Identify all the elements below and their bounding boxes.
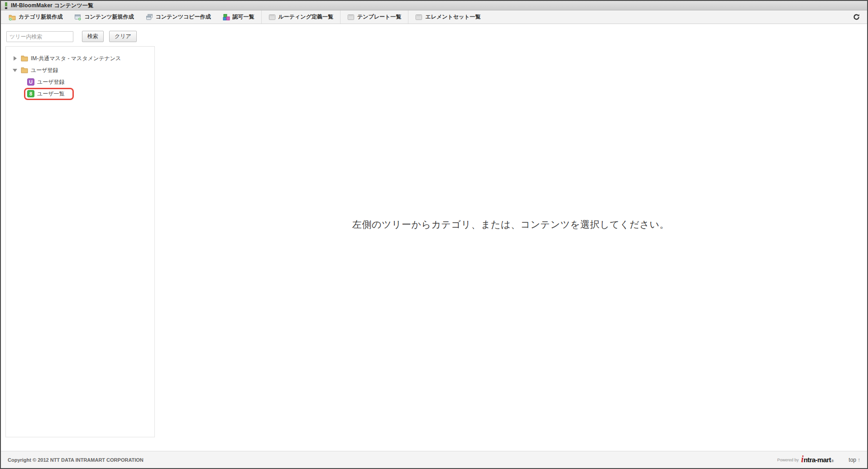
intra-mart-logo[interactable]: intra-mart® xyxy=(801,456,834,464)
collapse-arrow-icon[interactable] xyxy=(12,69,18,72)
tree-item-im-common-master[interactable]: IM-共通マスタ - マスタメンテナンス xyxy=(6,53,154,64)
toolbar-button-label: カテゴリ新規作成 xyxy=(19,13,62,21)
selection-highlight-box: 8 ユーザ一覧 xyxy=(24,88,74,100)
empty-state-message: 左側のツリーからカテゴリ、または、コンテンツを選択してください。 xyxy=(155,218,866,231)
content-type-badge-icon: 8 xyxy=(27,90,34,97)
category-add-icon xyxy=(9,14,16,21)
list-icon xyxy=(415,14,422,21)
tree-item-label: ユーザ一覧 xyxy=(37,90,65,98)
authorization-blocks-icon xyxy=(223,14,230,21)
toolbar: カテゴリ新規作成 コンテンツ新規作成 xyxy=(1,10,867,24)
toolbar-button-label: エレメントセット一覧 xyxy=(425,13,480,21)
page-title: IM-BloomMaker コンテンツ一覧 xyxy=(11,2,93,10)
footer: Copyright © 2012 NTT DATA INTRAMART CORP… xyxy=(1,451,867,468)
toolbar-separator xyxy=(340,10,340,24)
copyright-text: Copyright © 2012 NTT DATA INTRAMART CORP… xyxy=(8,457,144,463)
toolbar-separator xyxy=(261,10,262,24)
folder-icon xyxy=(21,55,28,62)
tree-item-label: ユーザ登録 xyxy=(31,67,58,74)
back-to-top-link[interactable]: top ↑ xyxy=(849,457,860,463)
tree-item-user-registration-content[interactable]: U ユーザ登録 xyxy=(6,76,154,88)
toolbar-button-label: テンプレート一覧 xyxy=(357,13,401,21)
refresh-icon[interactable] xyxy=(853,14,860,20)
content-type-badge-icon: U xyxy=(27,78,34,86)
logo-text: ntra-mart xyxy=(804,456,831,464)
tree-item-label: ユーザ登録 xyxy=(37,78,65,86)
top-link-label: top xyxy=(849,457,856,463)
element-set-list-button[interactable]: エレメントセット一覧 xyxy=(409,10,486,24)
template-list-button[interactable]: テンプレート一覧 xyxy=(341,10,407,24)
toolbar-button-label: コンテンツ新規作成 xyxy=(84,13,134,21)
folder-icon xyxy=(21,67,28,74)
search-button[interactable]: 検索 xyxy=(82,31,104,42)
copy-content-button[interactable]: コンテンツコピー作成 xyxy=(140,10,217,24)
expand-arrow-icon[interactable] xyxy=(12,56,18,61)
toolbar-button-label: コンテンツコピー作成 xyxy=(156,13,211,21)
toolbar-button-label: ルーティング定義一覧 xyxy=(278,13,333,21)
content-tree-panel: IM-共通マスタ - マスタメンテナンス ユーザ登録 U ユーザ登録 8 ユーザ… xyxy=(5,46,155,437)
app-window: IM-BloomMaker コンテンツ一覧 カテゴリ新規作成 xyxy=(0,0,868,469)
create-content-button[interactable]: コンテンツ新規作成 xyxy=(68,10,139,24)
authorization-list-button[interactable]: 認可一覧 xyxy=(217,10,260,24)
registered-mark: ® xyxy=(831,459,834,463)
title-bar: IM-BloomMaker コンテンツ一覧 xyxy=(1,1,867,10)
tree-search-bar: 検索 クリア xyxy=(6,31,137,42)
list-icon xyxy=(269,14,276,21)
up-arrow-icon: ↑ xyxy=(858,457,860,463)
create-category-button[interactable]: カテゴリ新規作成 xyxy=(3,10,68,24)
toolbar-separator xyxy=(408,10,408,24)
tree-search-input[interactable] xyxy=(6,31,73,42)
tree-item-label: IM-共通マスタ - マスタメンテナンス xyxy=(31,55,121,62)
app-icon xyxy=(5,2,7,9)
tree-item-user-registration-folder[interactable]: ユーザ登録 xyxy=(6,64,154,76)
tree-item-user-list-content[interactable]: 8 ユーザ一覧 xyxy=(6,88,154,100)
clear-button[interactable]: クリア xyxy=(109,31,137,42)
content-add-icon xyxy=(74,14,82,21)
toolbar-button-label: 認可一覧 xyxy=(233,13,254,21)
powered-by-label: Powered by xyxy=(777,458,799,462)
routing-definition-list-button[interactable]: ルーティング定義一覧 xyxy=(263,10,339,24)
list-icon xyxy=(347,14,355,21)
content-copy-icon xyxy=(146,14,153,21)
